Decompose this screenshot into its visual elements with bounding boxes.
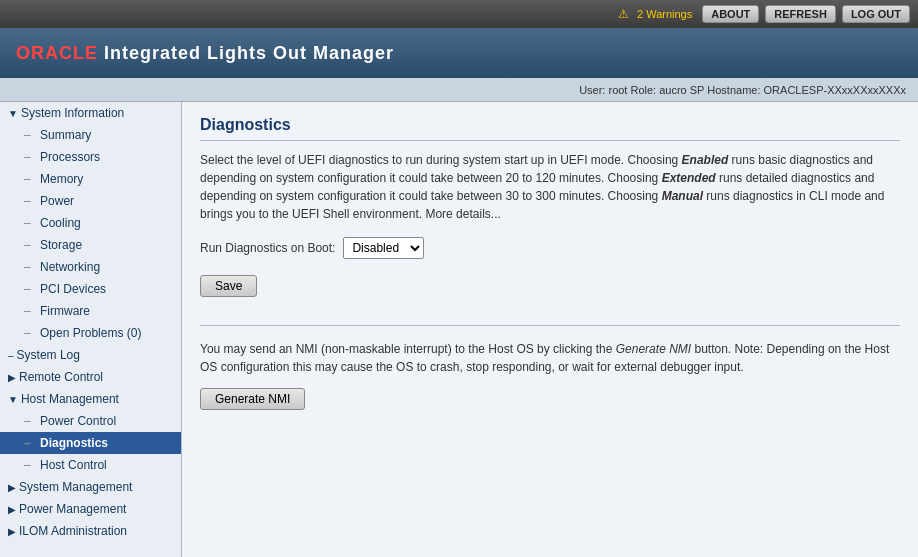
sidebar-label-system-management: System Management (19, 480, 132, 494)
sidebar-dash-summary: – (24, 128, 31, 142)
sidebar-dash-power: – (24, 194, 31, 208)
sidebar-dash-networking: – (24, 260, 31, 274)
sidebar-item-host-management[interactable]: ▼ Host Management (0, 388, 181, 410)
sidebar-item-system-management[interactable]: ▶ System Management (0, 476, 181, 498)
sidebar-item-cooling[interactable]: – Cooling (0, 212, 181, 234)
warning-icon: ⚠ (618, 7, 629, 21)
sidebar-item-firmware[interactable]: – Firmware (0, 300, 181, 322)
sidebar-label-storage: Storage (40, 238, 82, 252)
sidebar-dash-diagnostics: – (24, 436, 31, 450)
sidebar-label-summary: Summary (40, 128, 91, 142)
sidebar-indent-processors: – Processors (24, 150, 100, 164)
user-info: User: root Role: aucro SP Hostname: ORAC… (579, 84, 906, 96)
sidebar-indent-networking: – Networking (24, 260, 100, 274)
sidebar-item-power-management[interactable]: ▶ Power Management (0, 498, 181, 520)
desc-part1: Select the level of UEFI diagnostics to … (200, 153, 682, 167)
sidebar-label-processors: Processors (40, 150, 100, 164)
refresh-button[interactable]: REFRESH (765, 5, 836, 23)
sidebar-item-system-log[interactable]: – System Log (0, 344, 181, 366)
sidebar-dash-power-control: – (24, 414, 31, 428)
nmi-description: You may send an NMI (non-maskable interr… (200, 340, 900, 376)
sidebar-item-diagnostics[interactable]: – Diagnostics (0, 432, 181, 454)
sidebar-label-ilom-administration: ILOM Administration (19, 524, 127, 538)
sidebar-indent-open-problems: – Open Problems (0) (24, 326, 141, 340)
sidebar-item-ilom-administration[interactable]: ▶ ILOM Administration (0, 520, 181, 542)
sidebar-item-remote-control[interactable]: ▶ Remote Control (0, 366, 181, 388)
sidebar-indent-storage: – Storage (24, 238, 82, 252)
tree-arrow-remote-control: ▶ (8, 372, 16, 383)
sidebar-dash-open-problems: – (24, 326, 31, 340)
sidebar-label-diagnostics: Diagnostics (40, 436, 108, 450)
sidebar-dash-processors: – (24, 150, 31, 164)
tree-arrow-power-management: ▶ (8, 504, 16, 515)
sidebar-label-power-management: Power Management (19, 502, 126, 516)
run-diagnostics-label: Run Diagnostics on Boot: (200, 241, 335, 255)
sidebar-indent-diagnostics: – Diagnostics (24, 436, 108, 450)
sidebar-item-open-problems[interactable]: – Open Problems (0) (0, 322, 181, 344)
sidebar-indent-summary: – Summary (24, 128, 91, 142)
tree-arrow-host-management: ▼ (8, 394, 18, 405)
header: ORACLE Integrated Lights Out Manager (0, 28, 918, 78)
manual-label: Manual (662, 189, 703, 203)
content-inner: Diagnostics Select the level of UEFI dia… (182, 102, 918, 424)
tree-arrow-system-information: ▼ (8, 108, 18, 119)
diagnostics-description: Select the level of UEFI diagnostics to … (200, 151, 900, 223)
sidebar-item-power-control[interactable]: – Power Control (0, 410, 181, 432)
oracle-logo-text: ORACLE (16, 43, 98, 63)
sidebar: ▼ System Information – Summary – Process… (0, 102, 182, 557)
run-diagnostics-row: Run Diagnostics on Boot: Disabled Enable… (200, 237, 900, 259)
sidebar-item-summary[interactable]: – Summary (0, 124, 181, 146)
nmi-text-before: You may send an NMI (non-maskable interr… (200, 342, 616, 356)
about-button[interactable]: ABOUT (702, 5, 759, 23)
logo: ORACLE Integrated Lights Out Manager (16, 43, 394, 64)
logo-rest: Integrated Lights Out Manager (98, 43, 394, 63)
sidebar-item-system-information[interactable]: ▼ System Information (0, 102, 181, 124)
sidebar-item-memory[interactable]: – Memory (0, 168, 181, 190)
sidebar-indent-pci-devices: – PCI Devices (24, 282, 106, 296)
sidebar-indent-host-control: – Host Control (24, 458, 107, 472)
sidebar-label-memory: Memory (40, 172, 83, 186)
sidebar-label-remote-control: Remote Control (19, 370, 103, 384)
sidebar-label-system-log: System Log (17, 348, 80, 362)
diagnostics-dropdown[interactable]: Disabled Enabled Extended Manual (343, 237, 424, 259)
sidebar-dash-firmware: – (24, 304, 31, 318)
sidebar-label-firmware: Firmware (40, 304, 90, 318)
sidebar-label-system-information: System Information (21, 106, 124, 120)
generate-nmi-button[interactable]: Generate NMI (200, 388, 305, 410)
sidebar-dash-storage: – (24, 238, 31, 252)
sidebar-indent-firmware: – Firmware (24, 304, 90, 318)
sidebar-item-power[interactable]: – Power (0, 190, 181, 212)
section-divider (200, 325, 900, 326)
warnings-link[interactable]: 2 Warnings (637, 8, 692, 20)
sidebar-dash-pci-devices: – (24, 282, 31, 296)
sidebar-label-cooling: Cooling (40, 216, 81, 230)
extended-label: Extended (662, 171, 716, 185)
sidebar-item-processors[interactable]: – Processors (0, 146, 181, 168)
sidebar-label-pci-devices: PCI Devices (40, 282, 106, 296)
tree-arrow-ilom-administration: ▶ (8, 526, 16, 537)
main-layout: ▼ System Information – Summary – Process… (0, 102, 918, 557)
top-bar: ⚠ 2 Warnings ABOUT REFRESH LOG OUT (0, 0, 918, 28)
sidebar-dash-cooling: – (24, 216, 31, 230)
sidebar-label-host-management: Host Management (21, 392, 119, 406)
sidebar-indent-cooling: – Cooling (24, 216, 81, 230)
sidebar-label-host-control: Host Control (40, 458, 107, 472)
logout-button[interactable]: LOG OUT (842, 5, 910, 23)
sidebar-item-host-control[interactable]: – Host Control (0, 454, 181, 476)
sidebar-label-open-problems: Open Problems (0) (40, 326, 141, 340)
sidebar-dash-memory: – (24, 172, 31, 186)
sidebar-item-storage[interactable]: – Storage (0, 234, 181, 256)
sidebar-label-power: Power (40, 194, 74, 208)
page-title: Diagnostics (200, 116, 900, 141)
tree-arrow-system-management: ▶ (8, 482, 16, 493)
content-area: Diagnostics Select the level of UEFI dia… (182, 102, 918, 557)
sidebar-item-pci-devices[interactable]: – PCI Devices (0, 278, 181, 300)
enabled-label: Enabled (682, 153, 729, 167)
user-bar: User: root Role: aucro SP Hostname: ORAC… (0, 78, 918, 102)
nmi-button-inline-label: Generate NMI (616, 342, 691, 356)
sidebar-item-networking[interactable]: – Networking (0, 256, 181, 278)
tree-arrow-system-log: – (8, 350, 14, 361)
sidebar-indent-memory: – Memory (24, 172, 83, 186)
save-button[interactable]: Save (200, 275, 257, 297)
sidebar-label-power-control: Power Control (40, 414, 116, 428)
